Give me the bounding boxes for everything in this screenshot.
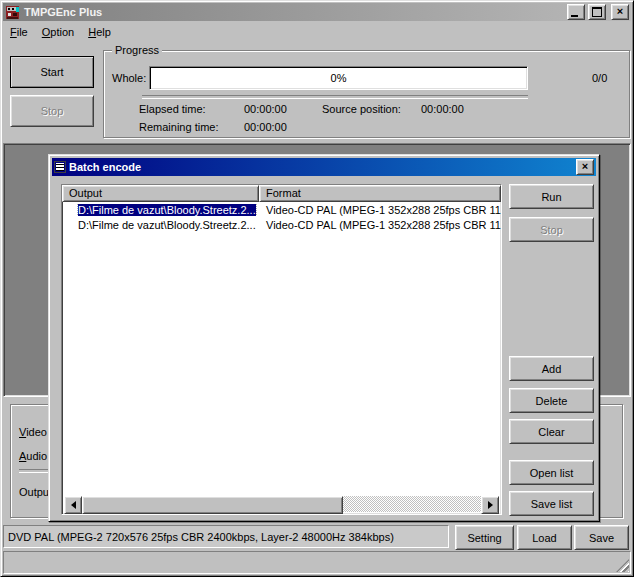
elapsed-time-value: 00:00:00 (244, 103, 287, 115)
current-format-field: DVD PAL (MPEG-2 720x576 25fps CBR 2400kb… (3, 525, 449, 548)
stop-button[interactable]: Stop (10, 95, 94, 127)
scroll-right-button[interactable] (481, 496, 499, 514)
column-header-output[interactable]: Output (62, 185, 259, 202)
app-icon (5, 5, 21, 20)
remaining-time-value: 00:00:00 (244, 121, 287, 133)
scrollbar-thumb[interactable] (82, 496, 343, 514)
open-list-button[interactable]: Open list (509, 460, 594, 485)
maximize-icon (592, 7, 602, 17)
status-bar (3, 551, 631, 574)
progress-percent: 0% (331, 72, 347, 84)
row-output-path: D:\Filme de vazut\Bloody.Streetz.2... (78, 204, 256, 216)
row-format: Video-CD PAL (MPEG-1 352x288 25fps CBR 1… (259, 204, 501, 216)
progress-group-label: Progress (112, 44, 162, 56)
progress-group: Progress Whole: 0% 0/0 Elapsed time: 00:… (103, 50, 630, 138)
maximize-button[interactable] (588, 4, 606, 20)
elapsed-time-label: Elapsed time: (139, 103, 206, 115)
save-list-button[interactable]: Save list (509, 491, 594, 516)
batch-list[interactable]: Output Format D:\Filme de vazut\Bloody.S… (61, 184, 502, 515)
start-button[interactable]: Start (10, 56, 94, 88)
menu-option[interactable]: Option (35, 24, 81, 40)
scroll-left-button[interactable] (64, 496, 82, 514)
video-source-label: Video (19, 426, 47, 438)
progress-bar: 0% (149, 66, 528, 90)
dialog-titlebar: Batch encode × (52, 158, 596, 176)
dialog-stop-button[interactable]: Stop (509, 217, 594, 242)
horizontal-scrollbar[interactable] (64, 496, 499, 512)
clear-button[interactable]: Clear (509, 419, 594, 444)
close-icon: × (582, 161, 588, 172)
audio-source-label: Audio (19, 450, 47, 462)
load-button[interactable]: Load (517, 525, 572, 550)
batch-encode-dialog: Batch encode × Output Format D:\Filme de… (48, 154, 600, 522)
delete-button[interactable]: Delete (509, 388, 594, 413)
remaining-time-label: Remaining time: (139, 121, 218, 133)
minimize-icon (571, 15, 578, 17)
progress-counter: 0/0 (592, 72, 607, 84)
minimize-button[interactable] (567, 4, 585, 20)
current-format-text: DVD PAL (MPEG-2 720x576 25fps CBR 2400kb… (8, 531, 394, 543)
dialog-close-button[interactable]: × (576, 159, 594, 175)
arrow-left-icon (71, 501, 76, 509)
app-window: { "colors": { "face": "#c0c0c0", "shadow… (0, 0, 634, 577)
run-button[interactable]: Run (509, 184, 594, 209)
row-format: Video-CD PAL (MPEG-1 352x288 25fps CBR 1… (259, 219, 501, 231)
batch-list-row[interactable]: D:\Filme de vazut\Bloody.Streetz.2... Vi… (62, 217, 501, 232)
progress-divider (142, 95, 528, 99)
scrollbar-track[interactable] (82, 496, 481, 512)
add-button[interactable]: Add (509, 356, 594, 381)
whole-label: Whole: (112, 72, 146, 84)
resize-grip-icon[interactable] (616, 559, 629, 572)
close-icon: × (617, 6, 623, 17)
close-button[interactable]: × (611, 4, 629, 20)
menu-file[interactable]: File (3, 24, 35, 40)
source-position-value: 00:00:00 (421, 103, 464, 115)
source-divider (19, 469, 49, 473)
column-header-format[interactable]: Format (259, 185, 501, 202)
source-position-label: Source position: (322, 103, 401, 115)
batch-list-row[interactable]: D:\Filme de vazut\Bloody.Streetz.2... Vi… (62, 202, 501, 217)
menubar: File Option Help (3, 22, 631, 41)
batch-list-header: Output Format (62, 185, 501, 202)
arrow-right-icon (488, 501, 493, 509)
main-titlebar: TMPGEnc Plus × (3, 3, 631, 21)
list-icon (54, 161, 66, 173)
window-title: TMPGEnc Plus (24, 6, 564, 18)
save-button[interactable]: Save (574, 525, 629, 550)
dialog-title: Batch encode (69, 161, 573, 173)
menu-help[interactable]: Help (81, 24, 118, 40)
row-output-path: D:\Filme de vazut\Bloody.Streetz.2... (78, 219, 256, 231)
setting-button[interactable]: Setting (455, 525, 514, 550)
